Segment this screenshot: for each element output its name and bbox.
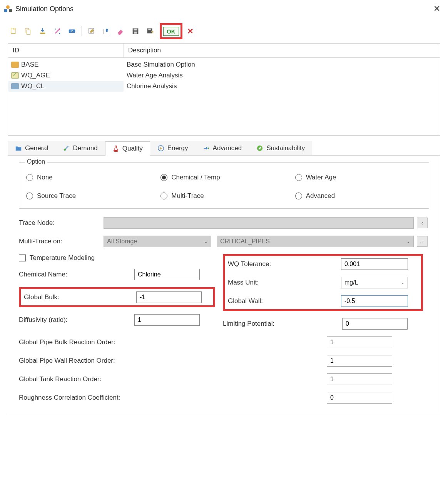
limiting-potential-label: Limiting Potential: bbox=[223, 320, 342, 328]
folder-open-icon bbox=[11, 83, 19, 89]
app-logo-icon bbox=[4, 5, 12, 12]
advanced-icon bbox=[203, 145, 210, 152]
option-group: Option None Chemical / Temp Water Age So… bbox=[19, 162, 429, 209]
svg-rect-3 bbox=[40, 33, 45, 34]
folder-icon bbox=[15, 145, 22, 152]
svg-point-6 bbox=[59, 33, 60, 34]
temperature-modeling-checkbox[interactable]: Temperature Modeling bbox=[19, 254, 215, 262]
wq-tolerance-input[interactable] bbox=[341, 258, 408, 270]
demand-icon bbox=[63, 145, 70, 152]
eraser-icon[interactable] bbox=[116, 26, 126, 36]
svg-point-4 bbox=[59, 28, 60, 30]
chemical-name-label: Chemical Name: bbox=[19, 271, 134, 278]
radio-advanced[interactable]: Advanced bbox=[295, 192, 422, 200]
list-row[interactable]: WQ_AGE Water Age Analysis bbox=[8, 70, 440, 81]
toolbar: ID OK ✕ bbox=[8, 21, 440, 43]
multi-trace-pipes-select: CRITICAL_PIPES⌄ bbox=[217, 236, 414, 247]
pipe-bulk-order-input[interactable] bbox=[327, 337, 392, 348]
roughness-corr-input[interactable] bbox=[327, 392, 392, 404]
svg-rect-13 bbox=[134, 32, 137, 34]
edit-icon[interactable] bbox=[87, 26, 97, 36]
trace-node-label: Trace Node: bbox=[19, 219, 104, 227]
tab-advanced[interactable]: Advanced bbox=[196, 141, 249, 155]
new-icon[interactable] bbox=[8, 26, 18, 36]
global-bulk-label: Global Bulk: bbox=[24, 293, 136, 301]
tab-energy[interactable]: Energy bbox=[150, 141, 196, 155]
wq-params-highlight: WQ Tolerance: Mass Unit: mg/L⌄ Global Wa… bbox=[223, 254, 423, 311]
flask-icon bbox=[112, 145, 119, 152]
import-icon[interactable] bbox=[38, 26, 48, 36]
folder-check-icon bbox=[11, 72, 19, 79]
quality-panel: Option None Chemical / Temp Water Age So… bbox=[8, 156, 440, 413]
tabs: General Demand Quality Energy Advanced S… bbox=[8, 141, 440, 156]
svg-rect-2 bbox=[27, 30, 30, 34]
mass-unit-label: Mass Unit: bbox=[228, 279, 341, 286]
leaf-icon bbox=[256, 145, 263, 152]
global-bulk-highlight: Global Bulk: bbox=[19, 287, 215, 307]
multi-trace-on-label: Multi-Trace on: bbox=[19, 238, 104, 245]
radio-water-age[interactable]: Water Age bbox=[295, 174, 422, 181]
svg-point-18 bbox=[207, 147, 209, 149]
save-icon[interactable] bbox=[130, 26, 140, 36]
global-wall-label: Global Wall: bbox=[228, 297, 341, 305]
bolt-icon bbox=[157, 145, 164, 152]
trace-node-input bbox=[104, 217, 414, 229]
radio-none[interactable]: None bbox=[26, 174, 153, 181]
list-row[interactable]: WQ_CL Chlorine Analysis bbox=[8, 81, 440, 92]
limiting-potential-input[interactable] bbox=[342, 318, 408, 330]
chemical-name-input[interactable] bbox=[134, 269, 200, 280]
radio-chemical-temp[interactable]: Chemical / Temp bbox=[160, 174, 287, 181]
tab-demand[interactable]: Demand bbox=[55, 141, 105, 155]
cancel-icon[interactable]: ✕ bbox=[187, 27, 194, 36]
id-tag-icon[interactable]: ID bbox=[67, 26, 77, 36]
column-header-description[interactable]: Description bbox=[124, 44, 440, 57]
svg-rect-15 bbox=[148, 29, 151, 30]
titlebar: Simulation Options ✕ bbox=[0, 0, 448, 18]
svg-point-5 bbox=[55, 28, 56, 30]
wand-icon[interactable] bbox=[52, 26, 62, 36]
multi-trace-browse-button[interactable]: … bbox=[417, 236, 428, 247]
trace-node-browse-button[interactable]: ‹ bbox=[417, 218, 428, 228]
roughness-corr-label: Roughness Correlation Coefficient: bbox=[19, 394, 327, 402]
tab-sustainability[interactable]: Sustainability bbox=[249, 141, 312, 155]
save-as-icon[interactable] bbox=[145, 26, 155, 36]
wq-tolerance-label: WQ Tolerance: bbox=[228, 260, 341, 268]
radio-multi-trace[interactable]: Multi-Trace bbox=[160, 192, 287, 200]
simulation-options-window: Simulation Options ✕ ID OK ✕ ID Descript… bbox=[0, 0, 448, 421]
svg-rect-12 bbox=[134, 29, 137, 31]
window-title: Simulation Options bbox=[15, 5, 74, 13]
diffusivity-label: Diffusivity (ratio): bbox=[19, 316, 134, 324]
tab-quality[interactable]: Quality bbox=[105, 141, 150, 156]
multi-trace-storage-select: All Storage⌄ bbox=[104, 236, 211, 247]
ok-button-highlight: OK bbox=[160, 23, 182, 39]
column-header-id[interactable]: ID bbox=[8, 44, 124, 57]
pipe-bulk-order-label: Global Pipe Bulk Reaction Order: bbox=[19, 338, 327, 346]
radio-source-trace[interactable]: Source Trace bbox=[26, 192, 153, 200]
diffusivity-input[interactable] bbox=[134, 314, 200, 326]
ok-button[interactable]: OK bbox=[163, 27, 179, 36]
global-bulk-input[interactable] bbox=[136, 291, 202, 303]
global-wall-input[interactable] bbox=[341, 295, 408, 307]
list-row[interactable]: BASE Base Simulation Option bbox=[8, 59, 440, 70]
folder-icon bbox=[11, 62, 19, 68]
copy-icon[interactable] bbox=[23, 26, 33, 36]
pipe-wall-order-input[interactable] bbox=[327, 355, 392, 367]
svg-rect-0 bbox=[11, 28, 15, 34]
export-icon[interactable] bbox=[101, 26, 111, 36]
pipe-wall-order-label: Global Pipe Wall Reaction Order: bbox=[19, 357, 327, 365]
close-button[interactable]: ✕ bbox=[430, 2, 444, 15]
option-legend: Option bbox=[25, 158, 47, 165]
mass-unit-select[interactable]: mg/L⌄ bbox=[341, 277, 408, 288]
svg-text:ID: ID bbox=[70, 30, 73, 33]
options-list: ID Description BASE Base Simulation Opti… bbox=[8, 43, 440, 136]
tab-general[interactable]: General bbox=[8, 141, 55, 155]
tank-order-label: Global Tank Reaction Order: bbox=[19, 375, 327, 383]
tank-order-input[interactable] bbox=[327, 373, 392, 385]
